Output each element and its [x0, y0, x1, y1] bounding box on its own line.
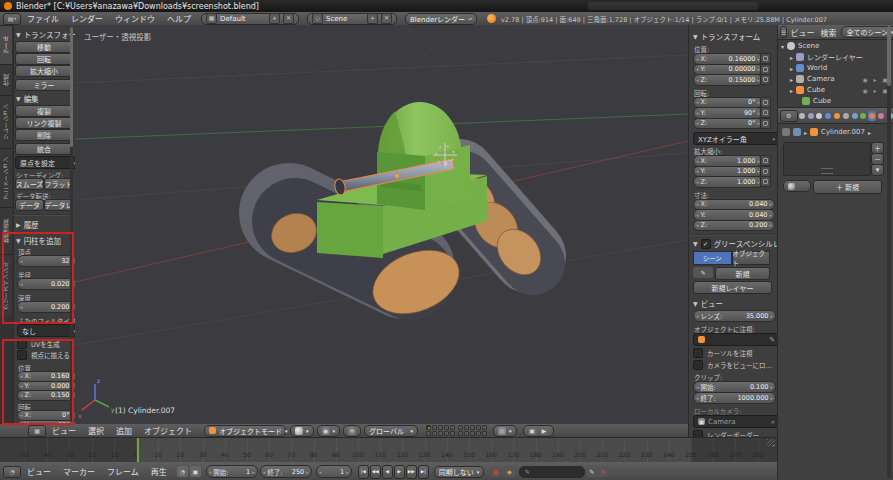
- npanel-rotation-z[interactable]: ◂Z:0°▸: [693, 118, 763, 130]
- scene-add-button[interactable]: +: [367, 13, 378, 24]
- frame-start[interactable]: ◂開始:1▸: [206, 465, 258, 478]
- lock-object-field[interactable]: ✎: [693, 333, 778, 346]
- layer-cell[interactable]: [432, 431, 437, 436]
- viewport-shading-select[interactable]: ▾: [290, 425, 314, 437]
- layer-cell[interactable]: [482, 425, 487, 430]
- layer-cell[interactable]: [476, 431, 481, 436]
- topbar-menu-0[interactable]: ファイル: [21, 13, 65, 24]
- outliner-item-scene-0[interactable]: ▾Scene: [781, 41, 891, 51]
- current-frame[interactable]: ◂1▸: [316, 465, 352, 478]
- layer-cell[interactable]: [464, 425, 469, 430]
- npanel-rotation-x-lock-icon[interactable]: [760, 97, 771, 108]
- rotation-mode-menu[interactable]: XYZオイラー角▾: [693, 132, 778, 145]
- properties-tab-constraints[interactable]: [841, 111, 850, 121]
- edit-button-1[interactable]: リンク複製: [15, 117, 73, 129]
- outliner-expander-icon[interactable]: ▾: [781, 43, 784, 50]
- layer-cell[interactable]: [444, 431, 449, 436]
- right-scrollbar[interactable]: [887, 26, 891, 478]
- shading-button-1[interactable]: フラット: [44, 178, 73, 190]
- viewport-menu-2[interactable]: 追加: [110, 425, 138, 436]
- render-buttons[interactable]: ▣▶: [523, 425, 554, 437]
- lens-dec[interactable]: ◂: [696, 313, 699, 319]
- datatransfer-button-1[interactable]: データレ: [44, 199, 73, 211]
- layer-cell[interactable]: [476, 425, 481, 430]
- layout-browse-icon[interactable]: ▦: [206, 13, 217, 24]
- npanel-rotation-y-dec[interactable]: ◂: [696, 110, 699, 116]
- layout-name[interactable]: Default: [220, 15, 266, 23]
- local-camera-clear-icon[interactable]: ✕: [771, 419, 775, 425]
- lock-camera[interactable]: カメラをビューにロ...: [693, 360, 772, 370]
- layer-cell[interactable]: [464, 431, 469, 436]
- info-editor-icon[interactable]: ▤▾: [3, 13, 21, 25]
- outliner-menu-1[interactable]: 検索: [817, 27, 839, 38]
- layer-cell[interactable]: [432, 425, 437, 430]
- current-frame-marker[interactable]: [137, 438, 139, 462]
- npanel-location-x-lock-icon[interactable]: [760, 53, 771, 64]
- material-slots-list[interactable]: [783, 142, 871, 176]
- npanel-dimensions-y-dec[interactable]: ◂: [696, 212, 699, 218]
- keying-eyedropper-icon[interactable]: ✎: [587, 466, 597, 477]
- npanel-rotation-z-dec[interactable]: ◂: [696, 120, 699, 126]
- layer-cell[interactable]: [444, 425, 449, 430]
- play-reverse-button[interactable]: ◀: [382, 465, 393, 479]
- clip-start-inc[interactable]: ▸: [770, 384, 773, 390]
- npanel-location-z[interactable]: ◂Z:0.15000▸: [693, 74, 763, 86]
- npanel-dimensions-z-inc[interactable]: ▸: [769, 222, 772, 228]
- orientation-select[interactable]: グローバル▾: [364, 425, 418, 437]
- transform-button-2[interactable]: 拡大縮小: [15, 65, 73, 77]
- timeline-menu-0[interactable]: ビュー: [21, 466, 57, 477]
- layer-cell[interactable]: [470, 425, 475, 430]
- viewport-3d[interactable]: z x y ユーザー・透視投影 (1) Cylinder.007: [75, 25, 688, 424]
- frame-end-inc[interactable]: ▸: [306, 469, 309, 475]
- npanel-dimensions-z-dec[interactable]: ◂: [696, 222, 699, 228]
- npanel-location-y-lock-icon[interactable]: [760, 64, 771, 75]
- material-slot-menu-button[interactable]: ▾: [871, 164, 884, 176]
- properties-tab-texture[interactable]: [876, 111, 885, 121]
- topbar-menu-1[interactable]: レンダー: [65, 13, 109, 24]
- topbar-menu-2[interactable]: ウィンドウ: [109, 13, 161, 24]
- jump-to-start-button[interactable]: |◀: [358, 465, 369, 479]
- play-button[interactable]: ▶: [394, 465, 405, 479]
- layers-widget-0[interactable]: [426, 425, 455, 436]
- npanel-dimensions-z[interactable]: ◂Z:0.200▸: [693, 220, 775, 232]
- local-camera-field[interactable]: ▣Camera✕: [693, 415, 778, 428]
- frame-end[interactable]: ◂終了:250▸: [260, 465, 312, 478]
- transform-button-1[interactable]: 回転: [15, 53, 73, 65]
- current-frame-inc[interactable]: ▸: [346, 469, 349, 475]
- snap-toggle[interactable]: ∩▾: [493, 425, 517, 437]
- outliner-expander-icon[interactable]: ▸: [790, 87, 793, 94]
- scene-name[interactable]: Scene: [326, 15, 364, 23]
- outliner-expander-icon[interactable]: ▸: [790, 76, 793, 83]
- render-border-checkbox[interactable]: [693, 430, 703, 437]
- properties-tab-scene[interactable]: [815, 111, 824, 121]
- frame-start-inc[interactable]: ▸: [252, 469, 255, 475]
- layer-cell[interactable]: [438, 425, 443, 430]
- npanel-scale-z[interactable]: ◂Z:1.000▸: [693, 176, 763, 188]
- npanel-rotation-z-lock-icon[interactable]: [760, 118, 771, 129]
- timeline-menu-1[interactable]: マーカー: [57, 466, 101, 477]
- npanel-scale-x-lock-icon[interactable]: [760, 155, 771, 166]
- layer-cell[interactable]: [426, 425, 431, 430]
- clip-end[interactable]: ◂終了:1000.000▸: [693, 392, 776, 404]
- cursor-select-icon[interactable]: ▸: [871, 86, 879, 94]
- outliner-item-レンダーレイヤー-1[interactable]: ▸レンダーレイヤー: [790, 52, 891, 62]
- outliner-editor-type-icon[interactable]: ☰: [780, 26, 787, 38]
- npanel-location-z-lock-icon[interactable]: [760, 74, 771, 85]
- npanel-scale-x-dec[interactable]: ◂: [696, 158, 699, 164]
- outliner-expander-icon[interactable]: ▸: [790, 65, 793, 72]
- grease-pencil-checkbox[interactable]: ✓: [701, 239, 711, 249]
- pivot-select[interactable]: ◉▾: [317, 425, 341, 437]
- transform-button-3[interactable]: ミラー: [15, 79, 73, 91]
- grease-source-1[interactable]: オブジェクト: [732, 251, 771, 265]
- clip-end-dec[interactable]: ◂: [696, 395, 699, 401]
- layer-cell[interactable]: [470, 431, 475, 436]
- grease-pencil-icon[interactable]: ✎: [693, 267, 713, 278]
- npanel-view-expander-icon[interactable]: ▼: [693, 300, 698, 307]
- context-data-icon[interactable]: [793, 128, 801, 136]
- grease-pencil-expander-icon[interactable]: ▼: [693, 240, 698, 247]
- cursor-select-icon[interactable]: ▸: [871, 75, 879, 83]
- outliner-expander-icon[interactable]: ▸: [790, 54, 793, 61]
- properties-tab-object-data[interactable]: [859, 111, 868, 121]
- lock-time-icon[interactable]: ▣: [190, 466, 201, 477]
- layout-delete-button[interactable]: ✕: [283, 13, 294, 24]
